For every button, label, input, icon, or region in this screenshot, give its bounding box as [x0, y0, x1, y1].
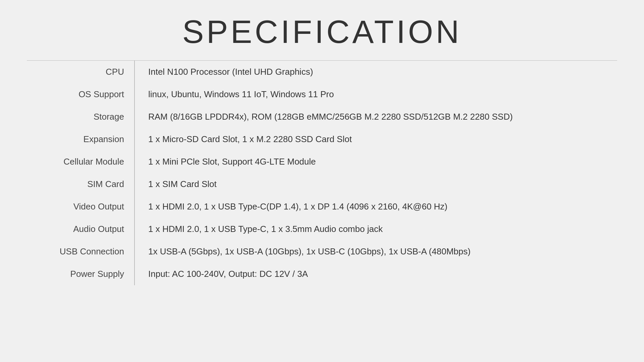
spec-label: SIM Card — [27, 173, 134, 195]
spec-label: OS Support — [27, 83, 134, 106]
spec-label: Power Supply — [27, 263, 134, 285]
table-row: OS Supportlinux, Ubuntu, Windows 11 IoT,… — [27, 83, 617, 106]
spec-label: Cellular Module — [27, 150, 134, 173]
spec-label: Video Output — [27, 195, 134, 218]
spec-label: Expansion — [27, 128, 134, 150]
spec-value: Intel N100 Processor (Intel UHD Graphics… — [135, 61, 617, 83]
spec-value: linux, Ubuntu, Windows 11 IoT, Windows 1… — [135, 83, 617, 106]
spec-table: CPUIntel N100 Processor (Intel UHD Graph… — [27, 61, 617, 285]
spec-label: Storage — [27, 106, 134, 128]
table-row: USB Connection1x USB-A (5Gbps), 1x USB-A… — [27, 240, 617, 263]
spec-value: 1 x HDMI 2.0, 1 x USB Type-C, 1 x 3.5mm … — [135, 218, 617, 240]
table-row: Video Output1 x HDMI 2.0, 1 x USB Type-C… — [27, 195, 617, 218]
spec-value: 1 x Mini PCle Slot, Support 4G-LTE Modul… — [135, 150, 617, 173]
spec-value: Input: AC 100-240V, Output: DC 12V / 3A — [135, 263, 617, 285]
table-row: SIM Card1 x SIM Card Slot — [27, 173, 617, 195]
spec-value: 1 x HDMI 2.0, 1 x USB Type-C(DP 1.4), 1 … — [135, 195, 617, 218]
table-row: CPUIntel N100 Processor (Intel UHD Graph… — [27, 61, 617, 83]
spec-value: 1 x SIM Card Slot — [135, 173, 617, 195]
page-title: SPECIFICATION — [182, 13, 462, 50]
spec-value: 1 x Micro-SD Card Slot, 1 x M.2 2280 SSD… — [135, 128, 617, 150]
table-row: Expansion1 x Micro-SD Card Slot, 1 x M.2… — [27, 128, 617, 150]
table-row: Cellular Module1 x Mini PCle Slot, Suppo… — [27, 150, 617, 173]
spec-label: Audio Output — [27, 218, 134, 240]
spec-value: 1x USB-A (5Gbps), 1x USB-A (10Gbps), 1x … — [135, 240, 617, 263]
spec-label: CPU — [27, 61, 134, 83]
spec-label: USB Connection — [27, 240, 134, 263]
table-row: Power SupplyInput: AC 100-240V, Output: … — [27, 263, 617, 285]
spec-value: RAM (8/16GB LPDDR4x), ROM (128GB eMMC/25… — [135, 106, 617, 128]
table-row: Audio Output1 x HDMI 2.0, 1 x USB Type-C… — [27, 218, 617, 240]
table-row: StorageRAM (8/16GB LPDDR4x), ROM (128GB … — [27, 106, 617, 128]
page-container: SPECIFICATION CPUIntel N100 Processor (I… — [0, 0, 644, 362]
